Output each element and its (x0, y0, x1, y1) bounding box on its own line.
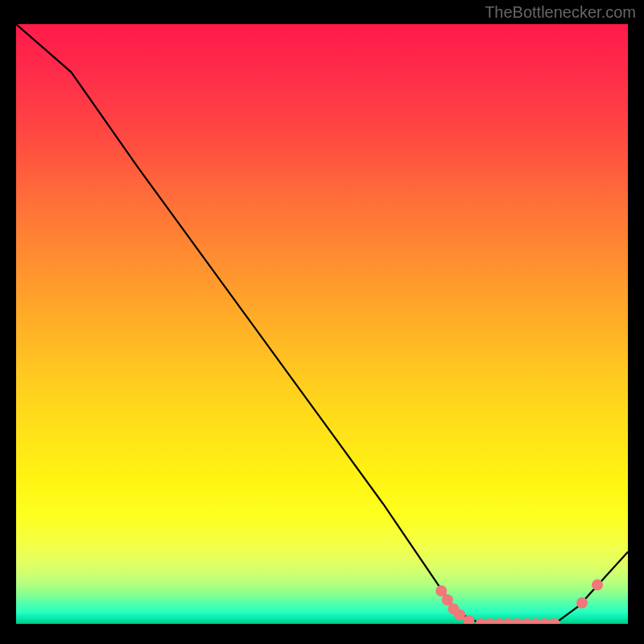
chart-curve (16, 24, 628, 624)
chart-marker (576, 597, 588, 609)
chart-markers (436, 580, 603, 624)
chart-line (16, 24, 628, 624)
chart-marker (549, 618, 560, 624)
chart-marker (592, 580, 603, 591)
chart-marker (454, 609, 465, 621)
chart-svg-layer (16, 24, 628, 624)
attribution-text: TheBottlenecker.com (485, 3, 636, 22)
chart-plot-area (16, 24, 628, 624)
